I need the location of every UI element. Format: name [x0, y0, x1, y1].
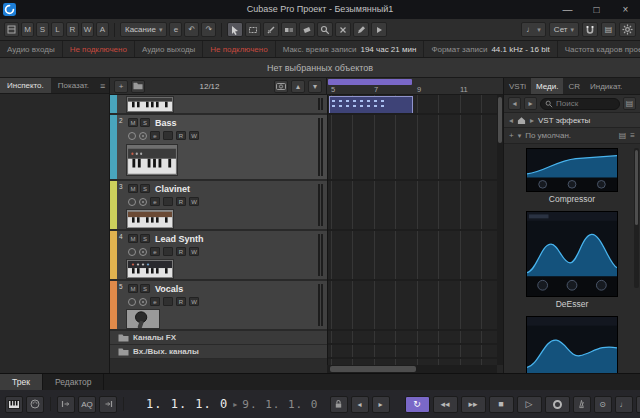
tab-vsti[interactable]: VSTi [504, 78, 531, 94]
plugin-tile-deesser[interactable] [526, 211, 618, 297]
plugin-tile-compressor[interactable] [526, 148, 618, 192]
transport-expand-button[interactable]: ▾ [636, 396, 640, 413]
monitor-button[interactable] [139, 132, 147, 140]
monitor-button[interactable] [139, 298, 147, 306]
write-button[interactable]: W [189, 297, 199, 306]
tab-editor[interactable]: Редактор [43, 374, 105, 390]
inserts-state-button[interactable] [163, 247, 173, 256]
quantize-select[interactable]: ♩ ▾ [521, 22, 546, 37]
close-button[interactable]: × [611, 0, 640, 19]
play-tool-button[interactable] [371, 22, 387, 37]
track-row-lead-synth[interactable]: 4 M S Lead Synth e R W [110, 231, 327, 281]
sort-select[interactable]: По умолчан. [525, 131, 571, 140]
grid-display-button[interactable]: ▤ [601, 22, 616, 37]
stop-button[interactable]: ■ [489, 396, 514, 413]
rewind-button[interactable]: ◂◂ [433, 396, 458, 413]
mute-button[interactable]: M [128, 284, 138, 293]
cycle-region[interactable] [328, 79, 412, 85]
inserts-state-button[interactable] [163, 297, 173, 306]
audio-outputs-status[interactable]: Не подключено [203, 41, 275, 57]
nudge-left-button[interactable]: ◂ [351, 396, 369, 413]
maximize-button[interactable]: □ [582, 0, 611, 19]
plugin-name[interactable]: DeEsser [556, 297, 589, 310]
monitor-button[interactable] [139, 248, 147, 256]
primary-time-display[interactable]: 1. 1. 1. 0 [146, 397, 228, 411]
edit-channel-button[interactable]: e [150, 247, 160, 256]
read-all-button[interactable]: R [66, 22, 79, 37]
home-icon[interactable] [517, 116, 526, 125]
tab-inspector[interactable]: Инспекто. [0, 78, 51, 93]
solo-button[interactable]: S [140, 118, 150, 127]
breadcrumb-back-icon[interactable]: ◂ [509, 116, 513, 125]
listen-button[interactable]: L [51, 22, 64, 37]
mute-all-button[interactable]: M [21, 22, 34, 37]
mute-button[interactable]: M [128, 118, 138, 127]
metronome-button[interactable] [573, 396, 591, 413]
horizontal-scrollbar[interactable] [327, 365, 497, 373]
media-search-box[interactable] [540, 98, 620, 110]
punch-in-button[interactable] [57, 396, 75, 413]
edit-channel-settings-button[interactable]: e [169, 22, 182, 37]
solo-all-button[interactable]: S [36, 22, 49, 37]
redo-button[interactable]: ↷ [201, 22, 216, 37]
track-name[interactable]: Lead Synth [155, 234, 204, 244]
undo-button[interactable]: ↶ [184, 22, 199, 37]
track-scroll-up-button[interactable]: ▴ [291, 80, 305, 93]
tile-view-button[interactable]: ▤ [619, 131, 627, 140]
suspend-automation-button[interactable]: A [96, 22, 109, 37]
scrollbar-thumb[interactable] [635, 150, 638, 225]
cycle-button[interactable]: ↻ [405, 396, 430, 413]
use-track-preset-button[interactable] [131, 80, 145, 93]
track-row-bass[interactable]: 2 M S Bass e R W [110, 115, 327, 181]
track-filter-button[interactable] [274, 80, 288, 93]
write-button[interactable]: W [189, 131, 199, 140]
record-arm-button[interactable] [128, 298, 136, 306]
plugin-tile-partial[interactable] [526, 316, 618, 373]
audio-inputs-status[interactable]: Не подключено [63, 41, 135, 57]
punch-out-button[interactable] [99, 396, 117, 413]
read-button[interactable]: R [176, 297, 186, 306]
write-all-button[interactable]: W [81, 22, 94, 37]
scrollbar-thumb[interactable] [330, 366, 416, 372]
solo-button[interactable]: S [140, 234, 150, 243]
tab-meter[interactable]: Индикат. [585, 78, 627, 94]
scrollbar-thumb[interactable] [498, 97, 502, 143]
minimize-button[interactable]: — [553, 0, 582, 19]
lock-button[interactable] [330, 396, 348, 413]
edit-channel-button[interactable]: e [150, 297, 160, 306]
add-track-button[interactable]: + [114, 80, 128, 93]
midi-part[interactable] [329, 96, 413, 114]
inserts-state-button[interactable] [163, 197, 173, 206]
sync-button[interactable]: ⊙ [594, 396, 612, 413]
read-button[interactable]: R [176, 131, 186, 140]
tab-track[interactable]: Трек [0, 374, 43, 390]
plugin-name[interactable]: Compressor [549, 192, 595, 205]
write-button[interactable]: W [189, 247, 199, 256]
breadcrumb-label[interactable]: VST эффекты [538, 116, 590, 125]
tempo-button[interactable]: ♩ [615, 396, 633, 413]
track-name[interactable]: Vocals [155, 284, 183, 294]
draw-tool-button[interactable] [353, 22, 369, 37]
record-button[interactable] [545, 396, 570, 413]
zoom-tool-button[interactable] [317, 22, 333, 37]
glue-tool-button[interactable] [281, 22, 297, 37]
range-tool-button[interactable] [245, 22, 261, 37]
record-arm-button[interactable] [128, 248, 136, 256]
view-mode-button[interactable]: ▤ [623, 97, 636, 110]
solo-button[interactable]: S [140, 184, 150, 193]
edit-channel-button[interactable]: e [150, 131, 160, 140]
track-name[interactable]: Clavinet [155, 184, 190, 194]
split-tool-button[interactable] [263, 22, 279, 37]
track-row-vocals[interactable]: 5 M S Vocals e R W [110, 281, 327, 331]
tab-media[interactable]: Меди. [531, 78, 563, 94]
list-view-button[interactable]: ≡ [630, 131, 635, 140]
add-favorite-button[interactable]: + [509, 131, 514, 140]
track-scroll-down-button[interactable]: ▾ [308, 80, 322, 93]
timeline-ruler[interactable]: 5 7 9 11 [327, 78, 503, 94]
secondary-time-display[interactable]: 9. 1. 1. 0 [242, 398, 318, 411]
track-name[interactable]: Bass [155, 118, 177, 128]
solo-button[interactable]: S [140, 284, 150, 293]
folder-track-io-channels[interactable]: Вх./Вых. каналы [110, 345, 327, 359]
mute-button[interactable]: M [128, 184, 138, 193]
record-arm-button[interactable] [128, 132, 136, 140]
